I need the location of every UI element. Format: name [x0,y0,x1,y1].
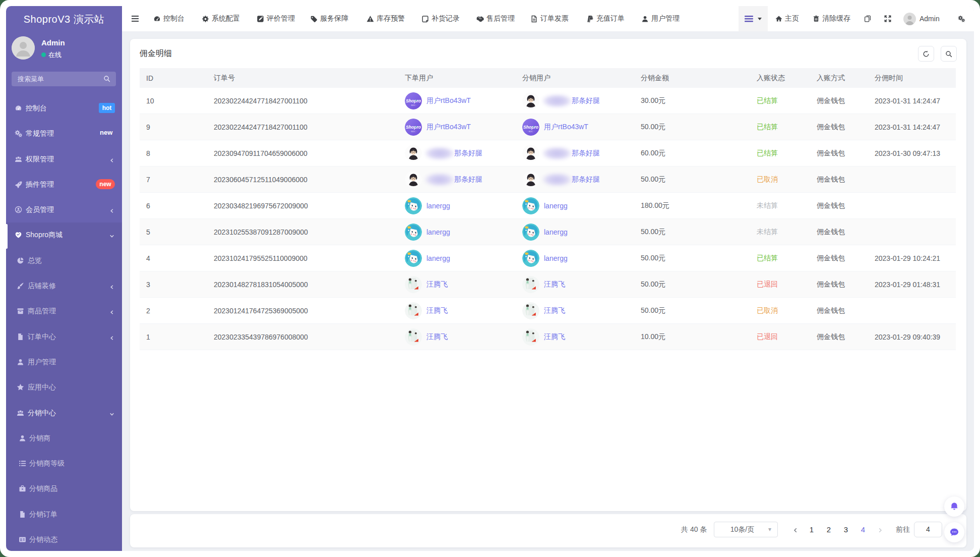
svg-text:· B2C ·: · B2C · [410,104,417,106]
svg-text:Shopro: Shopro [406,98,421,103]
svg-text:Shopro: Shopro [406,124,421,129]
svg-text:· B2C ·: · B2C · [410,130,417,133]
svg-text:· B2C ·: · B2C · [527,130,534,133]
svg-text:Shopro: Shopro [523,124,538,129]
